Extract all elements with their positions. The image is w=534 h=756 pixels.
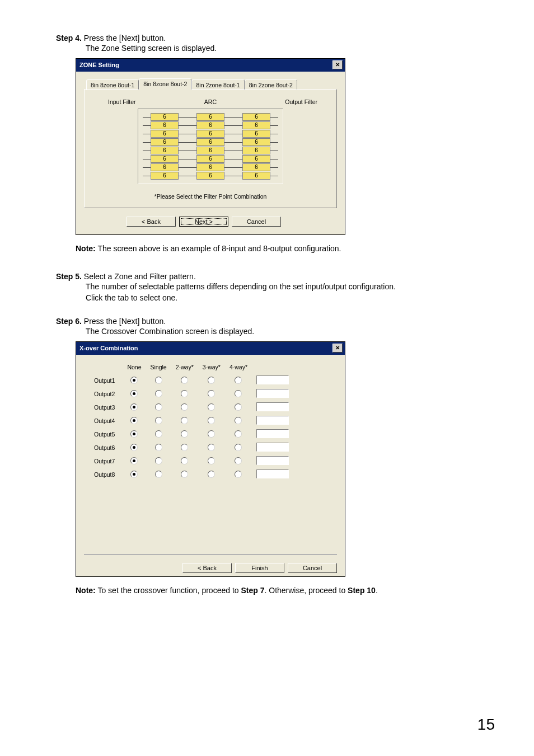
xover-col-header: None [123, 363, 146, 374]
col-input-filter: Input Filter [108, 98, 136, 105]
radio-option[interactable] [235, 390, 242, 397]
filter-box[interactable]: 6 [196, 130, 224, 138]
zone-tabs: 8in 8zone 8out-18in 8zone 8out-28in 2zon… [84, 78, 337, 90]
radio-option[interactable] [130, 417, 138, 424]
radio-option[interactable] [130, 444, 138, 451]
radio-option[interactable] [235, 444, 242, 451]
xover-name-field[interactable] [256, 429, 289, 438]
filter-box[interactable]: 6 [242, 172, 270, 180]
filter-box[interactable]: 6 [151, 138, 179, 146]
radio-option[interactable] [208, 403, 215, 411]
back-button[interactable]: < Back [182, 563, 232, 573]
xover-name-field[interactable] [256, 456, 289, 465]
zone-hint: *Please Select the Filter Point Combinat… [91, 193, 330, 200]
radio-option[interactable] [235, 417, 242, 424]
close-icon[interactable]: ✕ [332, 344, 343, 353]
radio-option[interactable] [181, 417, 188, 424]
radio-option[interactable] [155, 390, 162, 397]
radio-option[interactable] [181, 444, 188, 451]
filter-box[interactable]: 6 [151, 163, 179, 171]
radio-option[interactable] [155, 430, 162, 438]
zone-title: ZONE Setting [79, 62, 119, 68]
diagram-row: 666 [143, 147, 278, 154]
radio-option[interactable] [208, 417, 215, 424]
filter-box[interactable]: 6 [196, 138, 224, 146]
radio-option[interactable] [181, 471, 188, 478]
xover-name-field[interactable] [256, 469, 289, 478]
filter-box[interactable]: 6 [242, 130, 270, 138]
cancel-button[interactable]: Cancel [232, 217, 281, 227]
filter-box[interactable]: 6 [196, 163, 224, 171]
note1-text: The screen above is an example of 8-inpu… [96, 244, 341, 253]
filter-box[interactable]: 6 [242, 155, 270, 163]
radio-option[interactable] [208, 457, 215, 464]
radio-option[interactable] [130, 377, 138, 384]
zone-tab[interactable]: 8in 8zone 8out-2 [139, 78, 191, 90]
radio-option[interactable] [155, 471, 162, 478]
xover-row-label: Output4 [84, 414, 123, 428]
filter-box[interactable]: 6 [242, 163, 270, 171]
filter-box[interactable]: 6 [196, 172, 224, 180]
radio-option[interactable] [235, 471, 242, 478]
filter-box[interactable]: 6 [151, 121, 179, 129]
note1: Note: The screen above is an example of … [76, 244, 478, 253]
page-number: 15 [477, 716, 495, 734]
xover-name-field[interactable] [256, 416, 289, 425]
close-icon[interactable]: ✕ [332, 60, 343, 69]
xover-name-field[interactable] [256, 375, 289, 384]
xover-name-field[interactable] [256, 389, 289, 398]
radio-option[interactable] [235, 377, 242, 384]
col-output-filter: Output Filter [285, 98, 317, 105]
diagram-row: 666 [143, 130, 278, 138]
filter-box[interactable]: 6 [242, 113, 270, 121]
radio-option[interactable] [235, 403, 242, 411]
radio-option[interactable] [208, 390, 215, 397]
xover-button-row: < Back Finish Cancel [84, 563, 337, 573]
xover-col-header: 3-way* [198, 363, 225, 374]
xover-name-field[interactable] [256, 443, 289, 452]
xover-row: Output2 [84, 387, 293, 401]
cancel-button[interactable]: Cancel [288, 563, 337, 573]
filter-box[interactable]: 6 [196, 121, 224, 129]
radio-option[interactable] [208, 430, 215, 438]
filter-box[interactable]: 6 [151, 155, 179, 163]
filter-box[interactable]: 6 [196, 155, 224, 163]
radio-option[interactable] [181, 430, 188, 438]
radio-option[interactable] [155, 457, 162, 464]
filter-box[interactable]: 6 [151, 172, 179, 180]
zone-tab-pane: Input Filter ARC Output Filter 666666666… [84, 89, 337, 208]
radio-option[interactable] [235, 430, 242, 438]
filter-box[interactable]: 6 [196, 147, 224, 154]
radio-option[interactable] [181, 377, 188, 384]
radio-option[interactable] [181, 457, 188, 464]
radio-option[interactable] [155, 444, 162, 451]
radio-option[interactable] [130, 390, 138, 397]
note2: Note: To set the crossover function, pro… [76, 586, 478, 595]
radio-option[interactable] [130, 430, 138, 438]
filter-box[interactable]: 6 [196, 113, 224, 121]
finish-button[interactable]: Finish [235, 563, 284, 573]
filter-box[interactable]: 6 [242, 147, 270, 154]
radio-option[interactable] [235, 457, 242, 464]
next-button[interactable]: Next > [179, 217, 228, 227]
radio-option[interactable] [208, 377, 215, 384]
radio-option[interactable] [130, 457, 138, 464]
radio-option[interactable] [208, 471, 215, 478]
filter-box[interactable]: 6 [151, 113, 179, 121]
radio-option[interactable] [155, 377, 162, 384]
radio-option[interactable] [155, 403, 162, 411]
radio-option[interactable] [181, 390, 188, 397]
radio-option[interactable] [130, 403, 138, 411]
filter-box[interactable]: 6 [151, 130, 179, 138]
xover-row-label: Output3 [84, 401, 123, 414]
radio-option[interactable] [130, 471, 138, 478]
radio-option[interactable] [208, 444, 215, 451]
xover-name-field[interactable] [256, 402, 289, 411]
radio-option[interactable] [181, 403, 188, 411]
filter-box[interactable]: 6 [242, 121, 270, 129]
filter-box[interactable]: 6 [242, 138, 270, 146]
step6-text2: The Crossover Combination screen is disp… [86, 327, 478, 336]
back-button[interactable]: < Back [127, 217, 176, 227]
filter-box[interactable]: 6 [151, 147, 179, 154]
radio-option[interactable] [155, 417, 162, 424]
